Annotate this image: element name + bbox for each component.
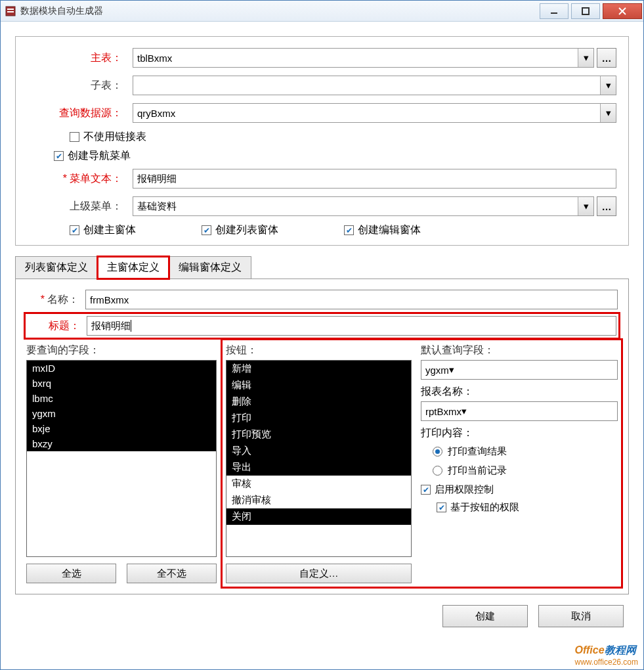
dropdown-arrow-icon[interactable]: ▾ bbox=[578, 197, 593, 215]
list-item[interactable]: 打印预览 bbox=[226, 426, 411, 443]
cancel-button[interactable]: 取消 bbox=[538, 605, 624, 627]
text-cursor bbox=[131, 320, 131, 332]
parent-menu-browse-button[interactable]: … bbox=[597, 196, 616, 216]
query-fields-column: 要查询的字段： mxIDbxrqlbmcygxmbxjebxzy 全选 全不选 bbox=[26, 344, 217, 583]
list-item[interactable]: 导出 bbox=[226, 459, 411, 476]
no-link-table-label: 不使用链接表 bbox=[83, 130, 146, 144]
print-query-result-label: 打印查询结果 bbox=[448, 445, 507, 458]
title-value: 报销明细 bbox=[91, 320, 131, 332]
list-item[interactable]: 导入 bbox=[226, 443, 411, 459]
titlebar: 数据模块自动生成器 bbox=[1, 1, 643, 22]
footer-buttons: 创建 取消 bbox=[15, 605, 629, 627]
svg-rect-4 bbox=[582, 8, 589, 14]
list-item[interactable]: ygxm bbox=[27, 406, 216, 421]
default-query-field-label: 默认查询字段： bbox=[421, 344, 618, 357]
title-input[interactable]: 报销明细 bbox=[87, 316, 616, 336]
close-button[interactable] bbox=[603, 3, 642, 19]
report-name-dropdown[interactable]: rptBxmx ▾ bbox=[421, 401, 618, 421]
dropdown-arrow-icon[interactable]: ▾ bbox=[600, 104, 616, 122]
list-item[interactable]: 撤消审核 bbox=[226, 492, 411, 508]
window-title: 数据模块自动生成器 bbox=[20, 5, 103, 17]
tab-edit-def[interactable]: 编辑窗体定义 bbox=[169, 256, 251, 279]
default-query-field-dropdown[interactable]: ygxm ▾ bbox=[421, 360, 618, 380]
menu-text-input[interactable]: 报销明细 bbox=[133, 169, 616, 189]
create-nav-label: 创建导航菜单 bbox=[68, 149, 131, 163]
buttons-column: 按钮： 新增编辑删除打印打印预览导入导出审核撤消审核关闭 自定义… bbox=[226, 344, 412, 583]
buttons-listbox[interactable]: 新增编辑删除打印打印预览导入导出审核撤消审核关闭 bbox=[226, 360, 412, 557]
list-item[interactable]: bxje bbox=[27, 421, 216, 436]
print-current-record-label: 打印当前记录 bbox=[448, 464, 507, 477]
query-fields-listbox[interactable]: mxIDbxrqlbmcygxmbxjebxzy bbox=[26, 360, 217, 557]
list-item[interactable]: 删除 bbox=[226, 393, 411, 410]
list-item[interactable]: 编辑 bbox=[226, 377, 411, 393]
tabs: 列表窗体定义 主窗体定义 编辑窗体定义 bbox=[15, 256, 629, 279]
buttons-label: 按钮： bbox=[226, 344, 412, 357]
title-label: 标题： bbox=[28, 319, 87, 333]
window-controls bbox=[538, 1, 643, 21]
dropdown-arrow-icon[interactable]: ▾ bbox=[462, 405, 467, 417]
maximize-button[interactable] bbox=[571, 3, 600, 19]
upper-section: 主表： tblBxmx ▾ … 子表： ▾ 查询数据源： qryBxmx ▾ bbox=[15, 36, 629, 246]
select-all-button[interactable]: 全选 bbox=[26, 564, 116, 583]
list-item[interactable]: bxzy bbox=[27, 436, 216, 451]
list-item[interactable]: 新增 bbox=[226, 361, 411, 377]
name-value: frmBxmx bbox=[90, 294, 129, 305]
right-settings-column: 默认查询字段： ygxm ▾ 报表名称： rptBxmx ▾ bbox=[421, 344, 618, 583]
dropdown-arrow-icon[interactable]: ▾ bbox=[449, 364, 454, 376]
list-item[interactable]: lbmc bbox=[27, 391, 216, 406]
content-area: 主表： tblBxmx ▾ … 子表： ▾ 查询数据源： qryBxmx ▾ bbox=[1, 22, 643, 669]
sub-table-dropdown[interactable]: ▾ bbox=[133, 76, 616, 95]
tab-list-def[interactable]: 列表窗体定义 bbox=[15, 256, 98, 279]
main-table-value: tblBxmx bbox=[137, 53, 172, 64]
menu-text-label: *菜单文本： bbox=[28, 172, 133, 186]
button-based-permission-checkbox[interactable] bbox=[437, 502, 446, 512]
datasource-value: qryBxmx bbox=[137, 108, 175, 119]
create-edit-form-checkbox[interactable] bbox=[344, 225, 354, 235]
enable-permission-checkbox[interactable] bbox=[421, 485, 431, 495]
app-icon bbox=[5, 5, 16, 17]
list-item[interactable]: 审核 bbox=[226, 476, 411, 492]
svg-rect-2 bbox=[7, 11, 14, 12]
name-label: *名称： bbox=[26, 293, 85, 307]
parent-menu-value: 基础资料 bbox=[137, 200, 177, 213]
report-name-value: rptBxmx bbox=[425, 406, 462, 417]
select-none-button[interactable]: 全不选 bbox=[127, 564, 217, 583]
app-window: 数据模块自动生成器 主表： tblBxmx ▾ … 子表： ▾ bbox=[0, 0, 644, 670]
print-current-record-radio[interactable] bbox=[433, 466, 442, 476]
tab-main-def[interactable]: 主窗体定义 bbox=[97, 256, 169, 279]
datasource-dropdown[interactable]: qryBxmx ▾ bbox=[133, 103, 616, 123]
create-nav-checkbox[interactable] bbox=[54, 151, 64, 161]
name-input[interactable]: frmBxmx bbox=[85, 290, 618, 309]
main-table-dropdown[interactable]: tblBxmx ▾ bbox=[133, 48, 594, 68]
parent-menu-label: 上级菜单： bbox=[28, 200, 133, 213]
print-content-label: 打印内容： bbox=[421, 426, 618, 440]
main-table-label: 主表： bbox=[28, 51, 133, 65]
report-name-label: 报表名称： bbox=[421, 385, 618, 399]
tab-content-main-def: *名称： frmBxmx 标题： 报销明细 要查询的字段： mxIDbxrqlb… bbox=[15, 279, 629, 594]
create-main-form-checkbox[interactable] bbox=[70, 225, 79, 235]
menu-text-value: 报销明细 bbox=[137, 173, 177, 185]
print-query-result-radio[interactable] bbox=[433, 447, 442, 457]
dropdown-arrow-icon[interactable]: ▾ bbox=[600, 76, 616, 95]
create-list-form-label: 创建列表窗体 bbox=[215, 223, 278, 237]
sub-table-label: 子表： bbox=[28, 79, 133, 93]
create-main-form-label: 创建主窗体 bbox=[83, 223, 136, 237]
watermark: Office教程网 www.office26.com bbox=[575, 644, 639, 667]
no-link-table-checkbox[interactable] bbox=[70, 132, 79, 142]
list-item[interactable]: mxID bbox=[27, 361, 216, 376]
enable-permission-label: 启用权限控制 bbox=[435, 483, 494, 496]
list-item[interactable]: bxrq bbox=[27, 376, 216, 391]
svg-rect-3 bbox=[551, 12, 557, 14]
list-item[interactable]: 关闭 bbox=[226, 508, 411, 525]
query-fields-label: 要查询的字段： bbox=[26, 344, 217, 357]
minimize-button[interactable] bbox=[540, 3, 569, 19]
create-list-form-checkbox[interactable] bbox=[202, 225, 211, 235]
main-table-browse-button[interactable]: … bbox=[597, 48, 616, 68]
customize-button[interactable]: 自定义… bbox=[226, 564, 412, 583]
create-button[interactable]: 创建 bbox=[442, 605, 528, 627]
parent-menu-dropdown[interactable]: 基础资料 ▾ bbox=[133, 196, 594, 216]
dropdown-arrow-icon[interactable]: ▾ bbox=[578, 49, 593, 67]
list-item[interactable]: 打印 bbox=[226, 410, 411, 426]
datasource-label: 查询数据源： bbox=[28, 106, 133, 120]
default-query-field-value: ygxm bbox=[425, 365, 449, 376]
